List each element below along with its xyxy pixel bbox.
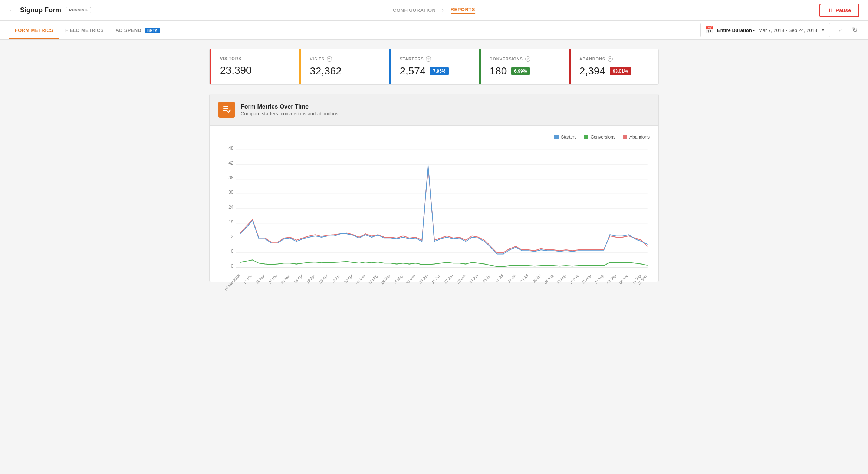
tabs-bar: FORM METRICS FIELD METRICS AD SPEND BETA…: [0, 21, 868, 40]
conversions-label: CONVERSIONS ?: [490, 56, 558, 62]
conversions-badge: 6.99%: [511, 67, 530, 75]
legend-dot-starters: [554, 135, 559, 139]
svg-text:05 Jun: 05 Jun: [418, 274, 429, 285]
nav-reports[interactable]: REPORTS: [451, 7, 475, 14]
pause-icon: ⏸: [828, 7, 833, 13]
date-range: Mar 7, 2018 - Sep 24, 2018: [759, 27, 817, 33]
svg-text:31 Mar: 31 Mar: [280, 273, 291, 285]
svg-text:18 May: 18 May: [380, 274, 391, 285]
metric-conversions: CONVERSIONS ? 180 6.99%: [479, 49, 569, 84]
abandons-label: ABANDONS ?: [579, 56, 648, 62]
svg-text:29 Jul: 29 Jul: [532, 274, 541, 284]
svg-text:10 Aug: 10 Aug: [556, 274, 566, 285]
svg-text:29 Jun: 29 Jun: [468, 274, 479, 285]
svg-text:0: 0: [231, 263, 234, 268]
svg-text:06 Apr: 06 Apr: [293, 273, 303, 284]
chart-section: Form Metrics Over Time Compare starters,…: [209, 94, 659, 282]
svg-rect-0: [223, 106, 228, 107]
conversions-value: 180: [490, 65, 507, 77]
visits-value-row: 32,362: [310, 65, 378, 77]
starters-label: STARTERS ?: [400, 56, 468, 62]
back-arrow[interactable]: ←: [9, 6, 16, 14]
visitors-value: 23,390: [220, 64, 252, 76]
conversions-help-icon[interactable]: ?: [525, 56, 530, 62]
svg-text:48: 48: [228, 146, 233, 151]
svg-text:04 Aug: 04 Aug: [543, 274, 554, 285]
legend-starters-label: Starters: [561, 135, 576, 140]
svg-text:19 Mar: 19 Mar: [255, 273, 266, 285]
pause-button[interactable]: ⏸ Pause: [819, 4, 859, 17]
chart-container: 0 6 12 18 24 30 36 42 48: [218, 146, 650, 273]
abandons-value: 2,394: [579, 65, 605, 77]
chart-header-text: Form Metrics Over Time Compare starters,…: [241, 103, 338, 116]
header: ← Signup Form RUNNING CONFIGURATION > RE…: [0, 0, 868, 21]
metric-visitors: VISITORS 23,390: [210, 49, 299, 84]
nav-configuration[interactable]: CONFIGURATION: [393, 7, 435, 13]
starters-value-row: 2,574 7.95%: [400, 65, 468, 77]
visits-help-icon[interactable]: ?: [327, 56, 332, 62]
svg-text:11 Jun: 11 Jun: [431, 274, 441, 285]
svg-text:07 Mar 2018: 07 Mar 2018: [224, 273, 241, 291]
svg-text:25 Mar: 25 Mar: [267, 273, 278, 285]
pause-label: Pause: [836, 7, 851, 13]
visitors-label: VISITORS: [220, 56, 289, 61]
svg-text:24: 24: [228, 205, 233, 210]
app-title: Signup Form: [20, 6, 61, 14]
header-center: CONFIGURATION > REPORTS: [393, 7, 475, 14]
main-content: VISITORS 23,390 VISITS ? 32,362 STARTERS…: [200, 40, 668, 291]
legend-dot-conversions: [584, 135, 588, 139]
svg-text:23 Jul: 23 Jul: [520, 274, 529, 284]
svg-text:12 Apr: 12 Apr: [306, 273, 316, 284]
legend-conversions-label: Conversions: [591, 135, 615, 140]
svg-text:24 May: 24 May: [392, 274, 404, 285]
abandons-help-icon[interactable]: ?: [608, 56, 613, 62]
abandons-badge: 93.01%: [610, 67, 631, 75]
chart-svg: 0 6 12 18 24 30 36 42 48: [218, 146, 650, 272]
chart-icon: [218, 102, 235, 118]
svg-text:24 Apr: 24 Apr: [331, 273, 341, 284]
svg-text:18: 18: [228, 219, 233, 224]
abandons-value-row: 2,394 93.01%: [579, 65, 648, 77]
refresh-icon[interactable]: ↻: [851, 24, 859, 36]
svg-text:30 Apr: 30 Apr: [343, 273, 354, 284]
svg-text:17 Jun: 17 Jun: [443, 274, 454, 285]
tab-ad-spend[interactable]: AD SPEND BETA: [110, 21, 166, 39]
header-right: ⏸ Pause: [819, 4, 859, 17]
svg-rect-1: [223, 108, 228, 109]
legend-abandons: Abandons: [623, 135, 650, 140]
beta-badge: BETA: [145, 28, 160, 33]
status-badge: RUNNING: [66, 7, 91, 13]
svg-text:18 Apr: 18 Apr: [318, 273, 328, 284]
tab-form-metrics[interactable]: FORM METRICS: [9, 21, 59, 39]
metric-abandons: ABANDONS ? 2,394 93.01%: [569, 49, 658, 84]
dropdown-arrow-icon: ▼: [821, 27, 825, 33]
svg-text:42: 42: [228, 160, 233, 166]
visits-value: 32,362: [310, 65, 342, 77]
metric-starters: STARTERS ? 2,574 7.95%: [389, 49, 479, 84]
svg-text:12: 12: [228, 234, 233, 239]
svg-text:22 Aug: 22 Aug: [581, 274, 592, 285]
metric-visits: VISITS ? 32,362: [299, 49, 389, 84]
starters-help-icon[interactable]: ?: [426, 56, 431, 62]
svg-text:23 Jun: 23 Jun: [456, 274, 466, 285]
metrics-row: VISITORS 23,390 VISITS ? 32,362 STARTERS…: [209, 49, 659, 85]
chart-legend: Starters Conversions Abandons: [218, 135, 650, 140]
legend-abandons-label: Abandons: [629, 135, 650, 140]
chart-title: Form Metrics Over Time: [241, 103, 338, 110]
svg-text:12 May: 12 May: [368, 274, 379, 285]
date-picker[interactable]: 📅 Entire Duration - Mar 7, 2018 - Sep 24…: [700, 23, 830, 37]
svg-text:30: 30: [228, 190, 233, 195]
visitors-value-row: 23,390: [220, 64, 289, 76]
svg-text:36: 36: [228, 175, 233, 180]
starters-badge: 7.95%: [430, 67, 448, 75]
svg-text:05 Jul: 05 Jul: [482, 274, 491, 284]
date-prefix: Entire Duration -: [717, 27, 755, 33]
legend-starters: Starters: [554, 135, 576, 140]
tab-field-metrics[interactable]: FIELD METRICS: [59, 21, 110, 39]
filter-icon[interactable]: ⊿: [836, 24, 845, 36]
starters-value: 2,574: [400, 65, 425, 77]
legend-conversions: Conversions: [584, 135, 615, 140]
conversions-value-row: 180 6.99%: [490, 65, 558, 77]
tabs-left: FORM METRICS FIELD METRICS AD SPEND BETA: [9, 21, 166, 39]
svg-text:06 May: 06 May: [355, 274, 366, 285]
